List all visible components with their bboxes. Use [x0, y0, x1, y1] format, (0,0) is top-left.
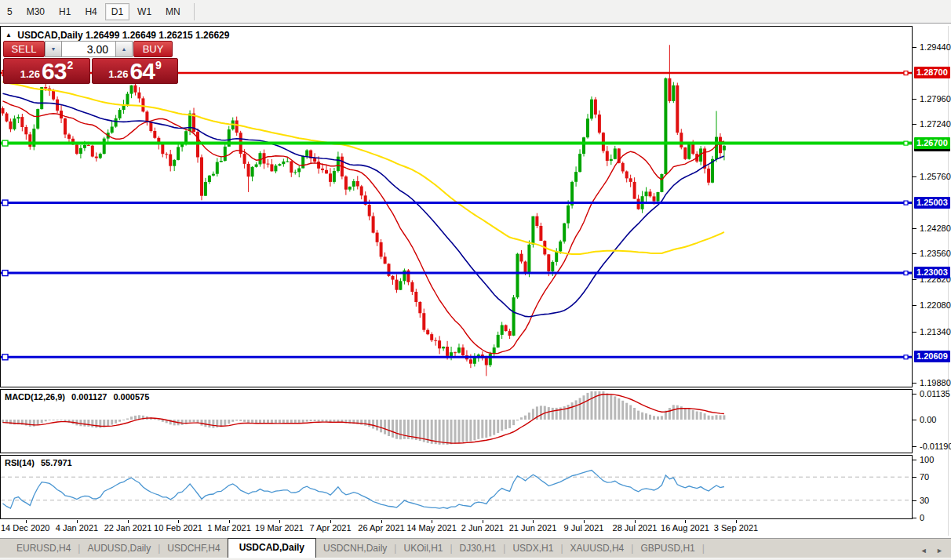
indicator-axis-tick: 0	[920, 513, 924, 522]
macd-name: MACD(12,26,9)	[5, 392, 65, 402]
tab-scroll-buttons: ◄ ►	[913, 547, 943, 555]
rsi-value: 55.7971	[41, 458, 72, 467]
time-axis-label: 16 Aug 2021	[659, 523, 711, 533]
buy-price-sup: 9	[155, 59, 162, 71]
sell-button[interactable]: SELL	[3, 41, 45, 57]
one-click-trading-panel: SELL ▼ ▲ BUY 1.26 63 2 1.26 64 9	[3, 41, 179, 84]
chart-tab-dj30[interactable]: DJ30,H1	[453, 540, 504, 558]
time-axis-label: 14 May 2021	[406, 523, 457, 533]
chart-tab-xauusd[interactable]: XAUUSD,H4	[563, 540, 632, 558]
axis-tick-mark	[913, 47, 916, 48]
time-axis-label: 9 Jul 2021	[558, 523, 610, 533]
axis-tick-mark	[913, 446, 916, 447]
time-axis-label: 22 Jan 2021	[102, 523, 154, 533]
period-button-w1[interactable]: W1	[131, 3, 158, 20]
price-axis-tick: 1.22080	[920, 300, 951, 310]
tab-scroll-left-icon[interactable]: ◄	[920, 547, 927, 555]
buy-price-button[interactable]: 1.26 64 9	[92, 58, 178, 84]
axis-tick-mark	[913, 394, 916, 395]
price-axis-tick: 1.19880	[920, 378, 951, 387]
tab-separator: |	[702, 540, 705, 558]
chart-tab-usdcnh[interactable]: USDCNH,Daily	[316, 540, 394, 558]
chart-tab-usdx[interactable]: USDX,H1	[505, 540, 560, 558]
period-button-m30[interactable]: M30	[20, 3, 51, 20]
time-axis-label: 26 Apr 2021	[355, 523, 407, 533]
chart-tab-eurusd[interactable]: EURUSD,H4	[9, 540, 78, 558]
axis-tick-mark	[913, 176, 916, 177]
chart-tab-gbpusd[interactable]: GBPUSD,H1	[633, 540, 701, 558]
price-axis-tick: 1.24280	[920, 224, 951, 233]
price-level-label: 1.26700	[914, 137, 950, 149]
volume-increase-button[interactable]: ▲	[115, 41, 133, 57]
chart-tab-ukoil[interactable]: UKOil,H1	[396, 540, 450, 558]
chart-tab-bar: EURUSD,H4|AUDUSD,Daily|USDCHF,H4USDCAD,D…	[0, 538, 951, 558]
time-axis-label: 10 Feb 2021	[152, 523, 204, 533]
tab-scroll-right-icon[interactable]: ►	[936, 547, 943, 555]
time-axis-label: 1 Mar 2021	[203, 523, 255, 533]
sell-price-big: 63	[42, 60, 66, 83]
price-level-label: 1.20609	[914, 351, 950, 362]
indicator-axis-tick: 70	[920, 472, 929, 482]
axis-tick-mark	[913, 420, 916, 420]
macd-indicator-label: MACD(12,26,9) 0.001127 0.000575	[5, 392, 153, 402]
time-axis-label: 19 Mar 2021	[253, 523, 305, 533]
chart-tab-usdcad[interactable]: USDCAD,Daily	[228, 538, 316, 558]
period-button-mn[interactable]: MN	[159, 3, 187, 20]
sell-price-button[interactable]: 1.26 63 2	[3, 58, 90, 84]
time-axis-label: 28 Jul 2021	[609, 523, 661, 533]
price-axis-tick: 1.27960	[920, 94, 951, 104]
indicator-axis-tick: 0.01135	[920, 389, 950, 398]
volume-decrease-button[interactable]: ▼	[45, 41, 62, 57]
price-level-label: 1.25003	[914, 197, 950, 209]
axis-tick-mark	[913, 332, 916, 333]
time-axis-label: 2 Jun 2021	[457, 523, 508, 533]
axis-tick-mark	[913, 228, 916, 229]
axis-tick-mark	[913, 500, 916, 501]
axis-tick-mark	[913, 253, 916, 254]
axis-tick-mark	[913, 305, 916, 306]
price-axis-tick: 1.29440	[920, 42, 951, 52]
sell-price-prefix: 1.26	[20, 68, 40, 80]
rsi-indicator-label: RSI(14) 55.7971	[5, 458, 76, 467]
time-axis-label: 7 Apr 2021	[304, 523, 356, 533]
indicator-axis-tick: 100	[920, 455, 934, 464]
collapse-chart-icon[interactable]: ▲	[5, 31, 12, 38]
chart-title: ▲ USDCAD,Daily 1.26499 1.26649 1.26215 1…	[5, 30, 229, 41]
axis-tick-mark	[913, 279, 916, 280]
macd-main-value: 0.001127	[71, 392, 107, 402]
indicator-axis-tick: 30	[920, 496, 929, 505]
rsi-name: RSI(14)	[5, 458, 35, 467]
triangle-up-icon: ▲	[122, 46, 127, 52]
buy-button[interactable]: BUY	[133, 41, 173, 57]
axis-tick-mark	[913, 124, 916, 125]
axis-tick-mark	[913, 383, 916, 384]
period-button-5[interactable]: 5	[1, 3, 19, 20]
price-axis-tick: 1.27240	[920, 119, 951, 129]
toolbar-separator	[194, 3, 195, 20]
time-axis-label: 14 Dec 2020	[1, 523, 53, 533]
triangle-down-icon: ▼	[51, 46, 56, 52]
rsi-subwindow[interactable]	[0, 455, 913, 519]
chart-tab-audusd[interactable]: AUDUSD,Daily	[80, 540, 158, 558]
period-toolbar: 5M30H1H4D1W1MN	[0, 0, 951, 24]
price-axis-tick: 1.25760	[920, 172, 951, 181]
price-axis-tick: 1.21340	[920, 327, 951, 336]
indicator-axis-tick: 0.00	[920, 415, 936, 424]
macd-signal-value: 0.000575	[113, 392, 149, 402]
price-axis-tick: 1.23560	[920, 249, 951, 258]
period-button-d1[interactable]: D1	[105, 3, 129, 20]
time-axis-label: 3 Sep 2021	[710, 523, 762, 533]
indicator-axis-tick: -0.011904	[920, 442, 951, 451]
axis-tick-mark	[913, 99, 916, 100]
buy-price-big: 64	[130, 60, 155, 83]
axis-tick-mark	[913, 477, 916, 478]
price-level-label: 1.28700	[914, 67, 950, 78]
time-axis-label: 4 Jan 2021	[51, 523, 103, 533]
period-button-h4[interactable]: H4	[78, 3, 103, 20]
chart-tab-usdchf[interactable]: USDCHF,H4	[160, 540, 227, 558]
price-axis: 1.294401.279601.272401.257601.242801.235…	[913, 26, 951, 520]
price-level-label: 1.23003	[914, 267, 950, 278]
period-button-h1[interactable]: H1	[53, 3, 77, 20]
volume-input[interactable]	[62, 41, 115, 57]
sell-price-sup: 2	[67, 59, 73, 71]
